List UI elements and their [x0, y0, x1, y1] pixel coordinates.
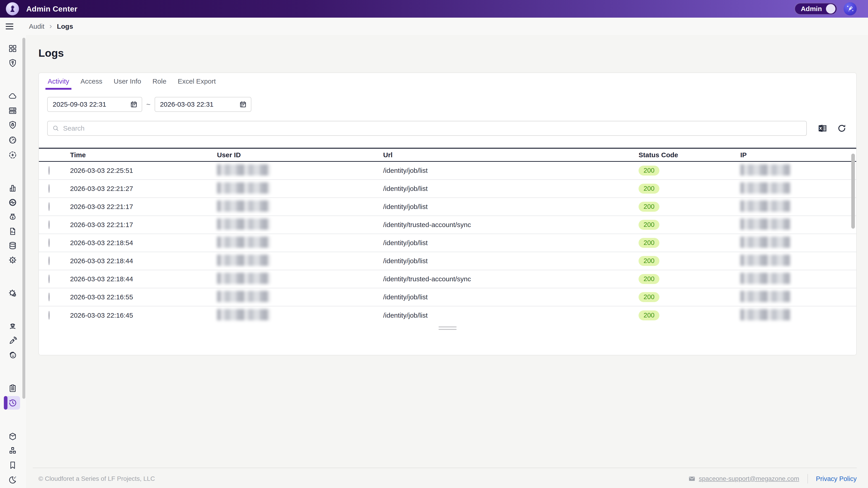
- sidebar-item-settings[interactable]: [5, 287, 20, 300]
- col-user-id: User ID: [215, 151, 381, 159]
- privacy-policy-link[interactable]: Privacy Policy: [816, 475, 857, 483]
- sidebar-item-ops-support[interactable]: [5, 320, 20, 333]
- history-icon: [8, 398, 17, 408]
- start-datetime-value: 2025-09-03 22:31: [53, 101, 106, 108]
- search-input[interactable]: [63, 125, 802, 132]
- start-datetime-input[interactable]: 2025-09-03 22:31: [47, 97, 142, 112]
- redacted-user-id: [217, 309, 270, 320]
- table-scrollbar[interactable]: [851, 154, 855, 229]
- sidebar-item-security[interactable]: [5, 118, 20, 132]
- sidebar-item-automation[interactable]: [5, 148, 20, 162]
- excel-export-button[interactable]: X: [816, 122, 829, 134]
- support-email-link[interactable]: spaceone-support@megazone.com: [699, 475, 799, 482]
- search-box[interactable]: [47, 121, 807, 136]
- sidebar-item-cost-report[interactable]: $: [5, 225, 20, 238]
- sidebar-item-anomaly[interactable]: [5, 348, 20, 362]
- sidebar-item-asset-analysis[interactable]: [5, 182, 20, 195]
- sidebar-item-cost-settings[interactable]: $: [5, 253, 20, 267]
- row-radio-button[interactable]: [49, 311, 50, 320]
- redacted-user-id: [217, 291, 270, 302]
- redacted-ip: [740, 200, 790, 212]
- admin-mode-toggle[interactable]: Admin: [794, 3, 837, 15]
- redacted-ip: [740, 236, 790, 248]
- sidebar-item-iam[interactable]: [5, 56, 20, 70]
- table-row[interactable]: 2026-03-03 22:21:27 /identity/job/list 2…: [39, 180, 856, 198]
- table-row[interactable]: 2026-03-03 22:21:17 /identity/job/list 2…: [39, 198, 856, 216]
- row-radio-button[interactable]: [49, 166, 50, 175]
- breadcrumb-parent[interactable]: Audit: [29, 23, 44, 30]
- search-icon: [52, 125, 59, 132]
- bookmark-icon: [8, 461, 17, 470]
- cube-icon: [8, 432, 17, 441]
- row-radio-button[interactable]: [49, 202, 50, 211]
- row-radio-button[interactable]: [49, 293, 50, 301]
- status-badge: 200: [639, 274, 659, 284]
- table-row[interactable]: 2026-03-03 22:18:44 /identity/trusted-ac…: [39, 270, 856, 288]
- sidebar-item-metrics[interactable]: [5, 133, 20, 147]
- tab-access[interactable]: Access: [80, 77, 103, 90]
- table-row[interactable]: 2026-03-03 22:25:51 /identity/job/list 2…: [39, 162, 856, 180]
- sidebar-item-collector[interactable]: [5, 334, 20, 348]
- menu-toggle-button[interactable]: [1, 24, 18, 29]
- admin-center-logo[interactable]: [6, 2, 19, 15]
- status-badge: 200: [639, 202, 659, 212]
- sidebar-item-data-sources[interactable]: [5, 239, 20, 252]
- row-radio-button[interactable]: [49, 220, 50, 229]
- row-radio-button[interactable]: [49, 256, 50, 265]
- sidebar-item-dashboard[interactable]: [5, 42, 20, 55]
- logs-card: Activity Access User Info Role Excel Exp…: [38, 72, 857, 355]
- tab-excel-export[interactable]: Excel Export: [177, 77, 216, 90]
- table-row[interactable]: 2026-03-03 22:16:45 /identity/job/list 2…: [39, 306, 856, 324]
- tab-activity[interactable]: Activity: [47, 77, 70, 90]
- refresh-button[interactable]: [836, 122, 848, 134]
- tab-bar: Activity Access User Info Role Excel Exp…: [39, 73, 856, 90]
- cell-url: /identity/job/list: [381, 203, 637, 210]
- chevron-right-icon: ›: [49, 22, 52, 30]
- status-badge: 200: [639, 220, 659, 230]
- table-row[interactable]: 2026-03-03 22:21:17 /identity/trusted-ac…: [39, 216, 856, 234]
- sidebar-item-cloud-service[interactable]: [5, 90, 20, 103]
- tab-user-info[interactable]: User Info: [113, 77, 142, 90]
- sidebar-item-server[interactable]: [5, 104, 20, 118]
- money-bag-icon: $: [8, 213, 17, 221]
- sidebar: $ $ $: [0, 35, 26, 488]
- top-bar: Admin Center Admin: [0, 0, 868, 18]
- sidebar-item-bookmarks[interactable]: [5, 458, 20, 472]
- sidebar-item-audit-logs[interactable]: [5, 396, 20, 410]
- gauge-icon: [8, 135, 17, 144]
- sidebar-item-monitoring[interactable]: [5, 196, 20, 209]
- table-header: Time User ID Url Status Code IP: [39, 148, 856, 162]
- page-title: Logs: [38, 47, 64, 59]
- table-row[interactable]: 2026-03-03 22:16:55 /identity/job/list 2…: [39, 288, 856, 306]
- envelope-icon: [688, 475, 695, 482]
- sidebar-item-idle-resources[interactable]: zz: [5, 473, 20, 486]
- row-radio-button[interactable]: [49, 274, 50, 283]
- range-separator: ~: [146, 100, 151, 109]
- redacted-user-id: [217, 164, 270, 175]
- sidebar-item-records[interactable]: [5, 382, 20, 395]
- resize-handle[interactable]: [438, 326, 457, 330]
- stacked-cubes-icon: [8, 446, 17, 455]
- gear-check-icon: [8, 289, 17, 298]
- status-badge: 200: [639, 256, 659, 266]
- shield-key-icon: [8, 59, 17, 68]
- sidebar-item-microservices[interactable]: [5, 444, 20, 457]
- date-range-filter: 2025-09-03 22:31 ~ 2026-03-03 22:31: [47, 97, 856, 112]
- end-datetime-input[interactable]: 2026-03-03 22:31: [155, 97, 251, 112]
- sidebar-scrollbar[interactable]: [22, 38, 25, 399]
- table-row[interactable]: 2026-03-03 22:18:54 /identity/job/list 2…: [39, 234, 856, 252]
- tab-role[interactable]: Role: [152, 77, 167, 90]
- breadcrumb: Audit › Logs: [29, 23, 73, 30]
- svg-text:$: $: [12, 216, 14, 219]
- server-icon: [8, 106, 17, 115]
- table-row[interactable]: 2026-03-03 22:18:44 /identity/job/list 2…: [39, 252, 856, 270]
- sidebar-item-plugins[interactable]: [5, 430, 20, 443]
- row-radio-button[interactable]: [49, 184, 50, 193]
- sidebar-item-cost-explorer[interactable]: $: [5, 210, 20, 224]
- admin-gear-person-icon: [8, 4, 17, 13]
- row-radio-button[interactable]: [49, 238, 50, 247]
- col-url: Url: [381, 151, 637, 159]
- pulse-monitor-icon: [8, 198, 17, 207]
- user-avatar[interactable]: [844, 2, 857, 15]
- gear-dollar-icon: $: [8, 256, 17, 265]
